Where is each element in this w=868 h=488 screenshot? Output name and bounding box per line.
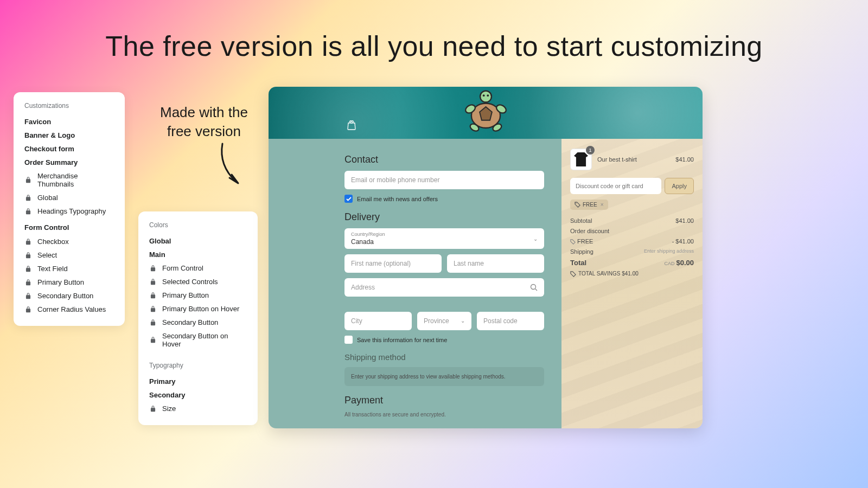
chevron-down-icon: ⌄ [533, 236, 538, 242]
save-info-checkbox[interactable]: Save this information for next time [344, 336, 544, 344]
shipping-heading: Shipping method [344, 352, 544, 362]
close-icon[interactable]: × [601, 202, 604, 208]
chevron-down-icon: ⌄ [461, 318, 465, 324]
checkout-preview: Contact Email me with news and offers De… [269, 87, 703, 428]
sidebar-subitem[interactable]: Merchandise Thumbnails [24, 169, 114, 191]
sidebar-subitem[interactable]: Form Control [149, 261, 247, 275]
svg-point-2 [480, 91, 492, 102]
sidebar-subitem[interactable]: Checkbox [24, 235, 114, 248]
lock-icon [149, 292, 157, 299]
turtle-logo [460, 87, 512, 139]
sidebar-subitem[interactable]: Secondary Button [24, 289, 114, 303]
lock-icon [24, 265, 32, 273]
qty-badge: 1 [586, 146, 595, 155]
last-name-field[interactable] [447, 254, 544, 273]
sidebar-item[interactable]: Global [149, 234, 247, 248]
svg-point-11 [576, 203, 576, 203]
checkbox-icon [344, 336, 353, 344]
payment-heading: Payment [344, 395, 544, 406]
first-name-field[interactable] [344, 254, 442, 273]
arrow-icon [214, 141, 258, 190]
panel-header: Customizations [24, 102, 114, 110]
sidebar-item[interactable]: Primary [149, 375, 247, 388]
checkout-form: Contact Email me with news and offers De… [269, 139, 561, 428]
checkbox-icon [344, 195, 353, 203]
lock-icon [149, 405, 157, 413]
colors-panel: Colors Global Main Form Control Selected… [138, 211, 258, 425]
lock-icon [24, 292, 32, 300]
lock-icon [24, 238, 32, 246]
panel-header: Typography [149, 362, 247, 369]
shipping-note: Enter your shipping address to view avai… [344, 367, 544, 386]
page-title: The free version is all you need to star… [0, 0, 868, 62]
payment-note: All transactions are secure and encrypte… [344, 412, 544, 418]
city-field[interactable] [344, 312, 412, 330]
savings-row: TOTAL SAVINGS $41.00 [570, 271, 694, 277]
sidebar-subitem[interactable]: Secondary Button on Hover [149, 329, 247, 351]
svg-point-9 [531, 285, 536, 290]
newsletter-checkbox[interactable]: Email me with news and offers [344, 195, 544, 203]
sidebar-subitem[interactable]: Headings Typography [24, 204, 114, 218]
sidebar-item[interactable]: Main [149, 248, 247, 261]
sidebar-subitem[interactable]: Primary Button [149, 288, 247, 302]
total-value: $0.00 [676, 259, 694, 267]
sidebar-item[interactable]: Order Summary [24, 156, 114, 169]
shipping-value: Enter shipping address [644, 248, 694, 255]
free-label: FREE [570, 238, 593, 245]
discount-tag[interactable]: FREE × [570, 200, 608, 210]
lock-icon [149, 265, 157, 272]
sidebar-subitem[interactable]: Secondary Button [149, 316, 247, 329]
order-summary: 1 Our best t-shirt $41.00 Apply FREE × S… [561, 139, 703, 428]
svg-point-3 [482, 94, 484, 97]
postal-field[interactable] [477, 312, 544, 330]
product-price: $41.00 [675, 156, 694, 163]
lock-icon [149, 336, 157, 344]
lock-icon [24, 306, 32, 313]
sidebar-subitem[interactable]: Primary Button on Hover [149, 302, 247, 316]
total-label: Total [570, 259, 586, 267]
lock-icon [24, 208, 32, 215]
lock-icon [149, 319, 157, 326]
customizations-panel: Customizations Favicon Banner & Logo Che… [14, 92, 125, 326]
lock-icon [149, 278, 157, 286]
search-icon [530, 284, 538, 291]
discount-field[interactable] [570, 178, 661, 194]
annotation-text: Made with thefree version [160, 103, 248, 141]
lock-icon [24, 176, 32, 184]
sidebar-subitem[interactable]: Size [149, 402, 247, 415]
sidebar-item[interactable]: Banner & Logo [24, 129, 114, 142]
tag-icon [575, 202, 580, 208]
svg-point-4 [487, 94, 489, 97]
sidebar-subitem[interactable]: Select [24, 248, 114, 262]
country-select[interactable]: Country/Region Canada ⌄ [344, 228, 544, 249]
panel-header: Colors [149, 221, 247, 229]
sidebar-subitem[interactable]: Global [24, 191, 114, 204]
sidebar-item[interactable]: Favicon [24, 115, 114, 129]
subtotal-label: Subtotal [570, 217, 592, 224]
banner [269, 87, 703, 139]
free-value: - $41.00 [672, 238, 694, 245]
email-field[interactable] [344, 171, 544, 189]
lock-icon [24, 194, 32, 202]
lock-icon [24, 279, 32, 286]
contact-heading: Contact [344, 154, 544, 165]
sidebar-item[interactable]: Secondary [149, 388, 247, 402]
sidebar-subitem[interactable]: Primary Button [24, 275, 114, 289]
delivery-heading: Delivery [344, 211, 544, 223]
product-name: Our best t-shirt [597, 156, 670, 163]
subtotal-value: $41.00 [675, 217, 694, 224]
sidebar-subitem[interactable]: Text Field [24, 262, 114, 275]
address-field[interactable] [344, 278, 544, 297]
product-thumbnail: 1 [570, 149, 592, 170]
lock-icon [149, 305, 157, 313]
svg-line-10 [535, 289, 538, 291]
sidebar-item[interactable]: Checkout form [24, 142, 114, 156]
shipping-label: Shipping [570, 248, 593, 255]
sidebar-subitem[interactable]: Corner Radius Values [24, 303, 114, 316]
lock-icon [24, 252, 32, 259]
discount-label: Order discount [570, 228, 609, 234]
panel-subheader: Form Control [24, 223, 114, 232]
bag-icon [347, 120, 356, 130]
sidebar-subitem[interactable]: Selected Controls [149, 275, 247, 288]
apply-button[interactable]: Apply [665, 178, 694, 194]
